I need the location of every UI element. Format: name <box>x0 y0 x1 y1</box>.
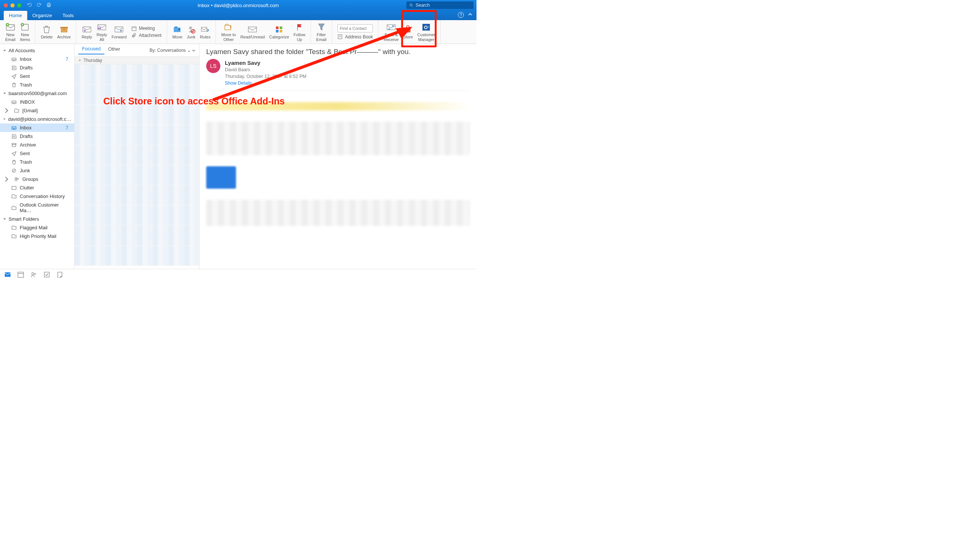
meeting-button[interactable]: Meeting <box>131 26 162 31</box>
junk-button[interactable]: Junk <box>185 24 198 40</box>
content-area: All Accounts Inbox7DraftsSentTrash baars… <box>0 44 476 269</box>
svg-rect-22 <box>225 25 231 30</box>
nav-item-junk[interactable]: Junk <box>0 166 74 175</box>
nav-item-high-priority-mail[interactable]: High Priority Mail <box>0 232 74 240</box>
calendar-view-icon[interactable] <box>17 271 24 278</box>
reply-all-button[interactable]: Reply All <box>94 22 109 42</box>
address-book-button[interactable]: Address Book <box>337 34 373 40</box>
mail-view-icon[interactable] <box>5 271 11 278</box>
view-switcher <box>0 269 476 280</box>
close-window[interactable] <box>4 3 8 8</box>
nav-gmail-account[interactable]: baarstron5000@gmail.com <box>0 89 74 98</box>
tab-other-inbox[interactable]: Other <box>104 46 124 54</box>
message-row[interactable] <box>75 125 199 145</box>
tab-home[interactable]: Home <box>4 11 27 20</box>
nav-item-sent[interactable]: Sent <box>0 149 74 158</box>
help-icon[interactable]: ? <box>458 12 464 18</box>
sender-name: Lyamen Savy <box>225 59 306 67</box>
nav-item-trash[interactable]: Trash <box>0 81 74 89</box>
nav-item-inbox[interactable]: INBOX <box>0 98 74 106</box>
move-button[interactable]: Move <box>170 24 185 40</box>
categorize-button[interactable]: Categorize <box>267 24 291 40</box>
archive-button[interactable]: Archive <box>55 24 73 40</box>
annotation-highlight-box <box>401 10 437 47</box>
new-email-button[interactable]: New Email <box>3 22 18 42</box>
nav-item-drafts[interactable]: Drafts <box>0 64 74 72</box>
zoom-window[interactable] <box>17 3 21 8</box>
reading-pane: Lyamen Savy shared the folder "Tests & B… <box>199 44 476 269</box>
traffic-lights <box>0 3 21 8</box>
attachment-button[interactable]: Attachment <box>131 33 162 39</box>
collapse-ribbon-icon[interactable] <box>467 12 473 17</box>
message-row[interactable] <box>75 185 199 205</box>
filter-email-button[interactable]: Filter Email <box>314 22 329 42</box>
nav-item-flagged-mail[interactable]: Flagged Mail <box>0 223 74 232</box>
nav-item-groups[interactable]: Groups <box>0 175 74 183</box>
nav-item-inbox[interactable]: Inbox7 <box>0 123 74 132</box>
svg-rect-48 <box>44 272 49 277</box>
nav-pldco-account[interactable]: david@pldco.onmicrosoft.c… <box>0 115 74 123</box>
nav-item-clutter[interactable]: Clutter <box>0 183 74 192</box>
tab-organize[interactable]: Organize <box>27 11 57 20</box>
message-row[interactable] <box>75 205 199 226</box>
nav-item-trash[interactable]: Trash <box>0 158 74 166</box>
message-row[interactable] <box>75 105 199 125</box>
nav-item-drafts[interactable]: Drafts <box>0 132 74 141</box>
nav-item-conversation-history[interactable]: Conversation History <box>0 192 74 200</box>
svg-rect-10 <box>61 28 67 33</box>
svg-rect-1 <box>48 3 50 4</box>
message-row[interactable] <box>75 246 199 266</box>
svg-rect-24 <box>276 26 278 29</box>
nav-smart-folders[interactable]: Smart Folders <box>0 215 74 223</box>
message-list: Focused Other By: Conversations ⌄ Thursd… <box>75 44 199 269</box>
reply-button[interactable]: Reply <box>79 24 94 40</box>
nav-item-outlook-customer-ma-[interactable]: Outlook Customer Ma… <box>0 200 74 215</box>
svg-rect-23 <box>248 27 256 32</box>
svg-rect-26 <box>276 30 278 33</box>
redo-icon[interactable] <box>37 2 42 9</box>
sort-by-dropdown[interactable]: By: Conversations ⌄ <box>149 48 196 53</box>
svg-rect-27 <box>279 30 282 33</box>
find-contact-input[interactable] <box>337 24 373 33</box>
forward-button[interactable]: Forward <box>109 24 129 40</box>
sender-avatar: LS <box>206 59 220 73</box>
nav-item-sent[interactable]: Sent <box>0 72 74 81</box>
show-details-link[interactable]: Show Details <box>225 81 252 86</box>
message-row[interactable] <box>75 145 199 165</box>
nav-item-inbox[interactable]: Inbox7 <box>0 55 74 64</box>
rules-button[interactable]: Rules <box>198 24 213 40</box>
svg-point-41 <box>17 178 18 180</box>
nav-item--gmail-[interactable]: [Gmail] <box>0 106 74 115</box>
nav-item-archive[interactable]: Archive <box>0 141 74 149</box>
undo-icon[interactable] <box>27 2 32 9</box>
svg-rect-15 <box>132 26 136 30</box>
svg-rect-42 <box>12 186 16 189</box>
read-unread-button[interactable]: Read/Unread <box>238 24 267 40</box>
svg-line-39 <box>13 169 15 172</box>
follow-up-button[interactable]: Follow Up <box>291 22 307 42</box>
window-title: Inbox • david@pldco.onmicrosoft.com <box>198 3 279 8</box>
message-row[interactable] <box>75 226 199 246</box>
people-view-icon[interactable] <box>31 271 37 278</box>
window-titlebar: Inbox • david@pldco.onmicrosoft.com <box>0 0 476 11</box>
notes-view-icon[interactable] <box>57 271 63 278</box>
tab-focused[interactable]: Focused <box>78 46 104 54</box>
annotation-text: Click Store icon to access Office Add-In… <box>103 96 285 107</box>
print-icon[interactable] <box>46 2 51 9</box>
delete-button[interactable]: Delete <box>39 24 55 40</box>
search-box[interactable] <box>407 2 473 9</box>
day-header[interactable]: Thursday <box>75 57 199 65</box>
nav-all-accounts[interactable]: All Accounts <box>0 46 74 55</box>
svg-rect-14 <box>115 27 123 32</box>
svg-point-3 <box>410 4 412 6</box>
message-row[interactable] <box>75 165 199 185</box>
send-receive-button[interactable]: Send & Receive <box>382 22 401 42</box>
search-input[interactable] <box>416 3 470 8</box>
svg-point-29 <box>339 36 341 37</box>
tasks-view-icon[interactable] <box>43 271 50 278</box>
tab-tools[interactable]: Tools <box>57 11 79 20</box>
minimize-window[interactable] <box>11 3 14 8</box>
new-items-button[interactable]: New Items <box>18 22 33 42</box>
message-row[interactable] <box>75 65 199 85</box>
move-to-other-button[interactable]: Move to Other <box>219 22 238 42</box>
